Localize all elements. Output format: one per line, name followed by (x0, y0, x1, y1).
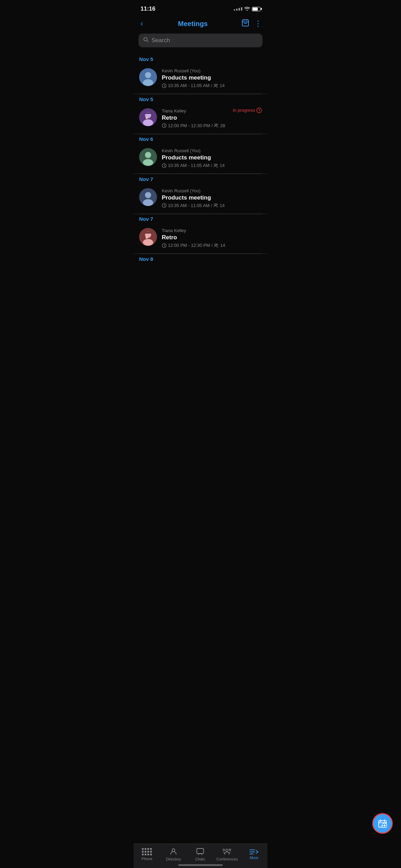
meeting-title: Products meeting (162, 194, 262, 201)
status-bar: 11:16 (134, 0, 267, 15)
svg-point-9 (143, 79, 153, 86)
meeting-item[interactable]: Tiana Kelley Retro 12:00 PM - 12:30 PM /… (134, 106, 267, 134)
svg-point-29 (143, 199, 153, 206)
meeting-item[interactable]: Tiana Kelley Retro 12:00 PM - 12:30 PM /… (134, 225, 267, 254)
page-title: Meetings (178, 20, 208, 28)
search-placeholder: Search (151, 37, 170, 44)
back-button[interactable]: ‹ (139, 18, 144, 29)
svg-point-22 (145, 152, 151, 158)
svg-point-16 (146, 117, 148, 119)
attendees-icon (214, 163, 218, 168)
svg-point-28 (145, 192, 151, 198)
meeting-organizer: Kevin Russell (You) (162, 188, 262, 193)
clock-icon (162, 123, 167, 128)
meeting-time: 10:35 AM - 11:05 AM / 14 (162, 203, 262, 208)
meeting-time: 10:35 AM - 11:05 AM / 14 (162, 83, 262, 88)
svg-point-19 (217, 124, 218, 125)
avatar (139, 228, 157, 246)
svg-point-36 (146, 237, 148, 239)
svg-point-25 (215, 164, 216, 166)
calendar-icon[interactable] (241, 19, 250, 29)
date-header-nov6: Nov 6 (134, 134, 267, 145)
meeting-title: Retro (162, 234, 262, 241)
attendees-icon (214, 243, 219, 248)
clock-icon (162, 243, 167, 248)
date-header-nov7-1: Nov 7 (134, 174, 267, 185)
meeting-info: Kevin Russell (You) Products meeting 10:… (162, 148, 262, 168)
svg-point-15 (143, 119, 153, 126)
search-icon (143, 37, 149, 44)
svg-point-12 (216, 84, 218, 85)
in-progress-badge: In progress (233, 108, 262, 113)
svg-line-6 (147, 41, 148, 42)
attendees-icon (214, 203, 218, 208)
status-time: 11:16 (141, 5, 155, 12)
avatar (139, 108, 157, 126)
attendees-icon (214, 123, 219, 128)
search-bar[interactable]: Search (138, 34, 263, 47)
clock-icon (162, 83, 167, 88)
date-header-nov5-1: Nov 5 (134, 54, 267, 65)
meeting-organizer: Kevin Russell (You) (162, 68, 262, 73)
meeting-time: 12:00 PM - 12:30 PM / 28 (162, 123, 262, 128)
svg-point-18 (215, 124, 217, 125)
meeting-time: 12:00 PM - 12:30 PM / 14 (162, 243, 262, 248)
meeting-item[interactable]: Kevin Russell (You) Products meeting 10:… (134, 65, 267, 94)
meeting-title: Products meeting (162, 74, 262, 81)
svg-point-11 (215, 84, 216, 86)
meeting-info: Kevin Russell (You) Products meeting 10:… (162, 68, 262, 88)
meeting-info: Kevin Russell (You) Products meeting 10:… (162, 188, 262, 208)
meeting-time: 10:35 AM - 11:05 AM / 14 (162, 163, 262, 168)
header-actions: ⋮ (241, 19, 262, 29)
meeting-title: Retro (162, 114, 262, 121)
battery-icon (252, 7, 260, 11)
meeting-title: Products meeting (162, 154, 262, 161)
svg-point-38 (215, 244, 217, 245)
svg-point-39 (217, 244, 218, 245)
svg-point-35 (143, 239, 153, 246)
avatar (139, 188, 157, 206)
meetings-list: Nov 5 Kevin Russell (You) Products meeti… (134, 54, 267, 265)
clock-icon (162, 163, 167, 168)
header: ‹ Meetings ⋮ (134, 15, 267, 34)
avatar (139, 68, 157, 86)
signal-icon (234, 7, 242, 11)
status-icons (234, 6, 260, 12)
meeting-info: Tiana Kelley Retro 12:00 PM - 12:30 PM /… (162, 228, 262, 248)
date-header-nov7-2: Nov 7 (134, 214, 267, 225)
clock-icon (162, 203, 167, 208)
meeting-item[interactable]: Kevin Russell (You) Products meeting 10:… (134, 185, 267, 214)
avatar (139, 148, 157, 166)
meeting-organizer: Tiana Kelley (162, 228, 262, 233)
wifi-icon (244, 6, 250, 12)
more-options-icon[interactable]: ⋮ (254, 19, 262, 28)
svg-point-32 (216, 204, 218, 205)
attendees-icon (214, 83, 218, 88)
meeting-organizer: Kevin Russell (You) (162, 148, 262, 153)
svg-point-31 (215, 204, 216, 205)
svg-point-26 (216, 164, 218, 165)
svg-point-8 (145, 72, 151, 78)
meeting-item[interactable]: Kevin Russell (You) Products meeting 10:… (134, 145, 267, 174)
date-header-nov5-2: Nov 5 (134, 94, 267, 106)
svg-point-23 (143, 159, 153, 166)
date-header-nov8: Nov 8 (134, 254, 267, 265)
